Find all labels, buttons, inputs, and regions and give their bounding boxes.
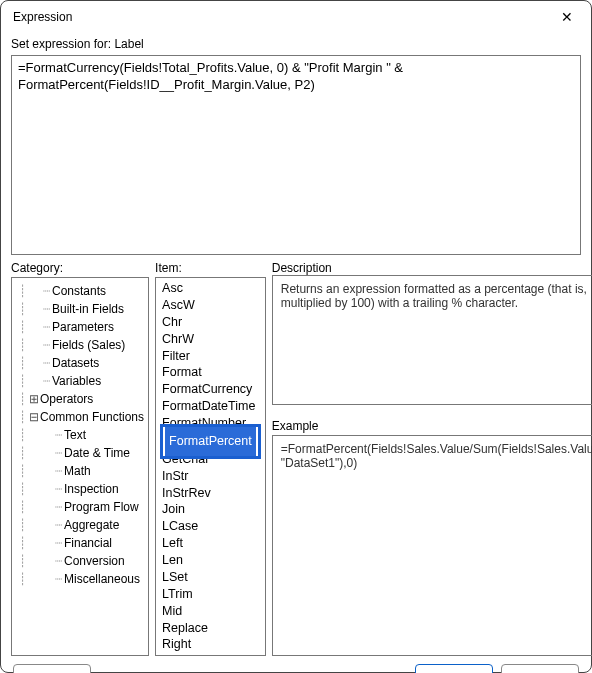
info-column: Description Returns an expression format…: [272, 261, 592, 656]
item-row[interactable]: Len: [160, 552, 261, 569]
item-column: Item: AscAscWChrChrWFilterFormatFormatCu…: [155, 261, 266, 656]
expand-icon[interactable]: ⊞: [28, 390, 40, 408]
category-tree-item[interactable]: ┊⊞ Operators: [14, 390, 146, 408]
category-tree-item[interactable]: ┊┈ Datasets: [14, 354, 146, 372]
dialog-footer: Help OK Cancel: [1, 656, 591, 673]
category-tree-item[interactable]: ┊┈ Aggregate: [14, 516, 146, 534]
category-tree-item-label: Inspection: [64, 480, 119, 498]
item-row[interactable]: Right: [160, 636, 261, 653]
item-row[interactable]: LSet: [160, 569, 261, 586]
item-row-label: FormatPercent: [165, 427, 256, 456]
description-label: Description: [272, 261, 592, 275]
category-tree-item-label: Constants: [52, 282, 106, 300]
item-row[interactable]: Asc: [160, 280, 261, 297]
item-row[interactable]: Join: [160, 501, 261, 518]
item-row[interactable]: LCase: [160, 518, 261, 535]
dialog-content: Set expression for: Label Category: ┊┈ C…: [1, 33, 591, 656]
category-tree-item[interactable]: ┊┈ Constants: [14, 282, 146, 300]
category-tree-item-label: Miscellaneous: [64, 570, 140, 588]
item-row[interactable]: Left: [160, 535, 261, 552]
category-tree-item[interactable]: ┊┈ Parameters: [14, 318, 146, 336]
item-row[interactable]: LTrim: [160, 586, 261, 603]
category-tree-item-label: Date & Time: [64, 444, 130, 462]
category-label: Category:: [11, 261, 149, 275]
ok-button[interactable]: OK: [415, 664, 493, 673]
expression-input[interactable]: [11, 55, 581, 255]
category-tree: ┊┈ Constants┊┈ Built-in Fields┊┈ Paramet…: [12, 278, 148, 592]
collapse-icon[interactable]: ⊟: [28, 408, 40, 426]
item-row[interactable]: AscW: [160, 297, 261, 314]
item-row[interactable]: FormatDateTime: [160, 398, 261, 415]
item-row[interactable]: Format: [160, 364, 261, 381]
example-text: =FormatPercent(Fields!Sales.Value/Sum(Fi…: [272, 435, 592, 656]
category-tree-item-label: Common Functions: [40, 408, 144, 426]
item-row[interactable]: FormatCurrency: [160, 381, 261, 398]
item-row[interactable]: Mid: [160, 603, 261, 620]
category-column: Category: ┊┈ Constants┊┈ Built-in Fields…: [11, 261, 149, 656]
item-list: AscAscWChrChrWFilterFormatFormatCurrency…: [156, 278, 265, 655]
category-tree-item[interactable]: ┊┈ Miscellaneous: [14, 570, 146, 588]
close-icon[interactable]: ✕: [555, 7, 579, 27]
category-tree-item-label: Fields (Sales): [52, 336, 125, 354]
item-row[interactable]: Filter: [160, 348, 261, 365]
category-tree-item-label: Conversion: [64, 552, 125, 570]
item-row[interactable]: InStr: [160, 468, 261, 485]
category-tree-item[interactable]: ┊┈ Built-in Fields: [14, 300, 146, 318]
category-tree-item-label: Datasets: [52, 354, 99, 372]
category-tree-item[interactable]: ┊┈ Program Flow: [14, 498, 146, 516]
category-tree-item-label: Aggregate: [64, 516, 119, 534]
item-row[interactable]: Replace: [160, 620, 261, 637]
category-tree-item-label: Program Flow: [64, 498, 139, 516]
category-tree-item[interactable]: ┊┈ Financial: [14, 534, 146, 552]
example-label: Example: [272, 419, 592, 433]
category-tree-item[interactable]: ┊┈ Variables: [14, 372, 146, 390]
category-tree-item[interactable]: ┊┈ Fields (Sales): [14, 336, 146, 354]
category-tree-item[interactable]: ┊⊟ Common Functions: [14, 408, 146, 426]
category-tree-item-label: Math: [64, 462, 91, 480]
expression-dialog: Expression ✕ Set expression for: Label C…: [0, 0, 592, 673]
help-button[interactable]: Help: [13, 664, 91, 673]
item-row[interactable]: InStrRev: [160, 485, 261, 502]
dialog-title: Expression: [13, 10, 72, 24]
mid-panels: Category: ┊┈ Constants┊┈ Built-in Fields…: [11, 261, 581, 656]
category-tree-panel[interactable]: ┊┈ Constants┊┈ Built-in Fields┊┈ Paramet…: [11, 277, 149, 656]
item-row[interactable]: ChrW: [160, 331, 261, 348]
category-tree-item-label: Text: [64, 426, 86, 444]
item-list-panel[interactable]: AscAscWChrChrWFilterFormatFormatCurrency…: [155, 277, 266, 656]
category-tree-item[interactable]: ┊┈ Math: [14, 462, 146, 480]
set-expression-for-label: Set expression for: Label: [11, 37, 581, 51]
description-text: Returns an expression formatted as a per…: [272, 275, 592, 405]
category-tree-item[interactable]: ┊┈ Date & Time: [14, 444, 146, 462]
cancel-button[interactable]: Cancel: [501, 664, 579, 673]
category-tree-item[interactable]: ┊┈ Text: [14, 426, 146, 444]
item-row[interactable]: FormatPercent: [160, 424, 261, 459]
category-tree-item-label: Financial: [64, 534, 112, 552]
category-tree-item-label: Parameters: [52, 318, 114, 336]
category-tree-item[interactable]: ┊┈ Conversion: [14, 552, 146, 570]
item-row[interactable]: Chr: [160, 314, 261, 331]
category-tree-item[interactable]: ┊┈ Inspection: [14, 480, 146, 498]
category-tree-item-label: Variables: [52, 372, 101, 390]
titlebar: Expression ✕: [1, 1, 591, 33]
category-tree-item-label: Operators: [40, 390, 93, 408]
item-label: Item:: [155, 261, 266, 275]
category-tree-item-label: Built-in Fields: [52, 300, 124, 318]
